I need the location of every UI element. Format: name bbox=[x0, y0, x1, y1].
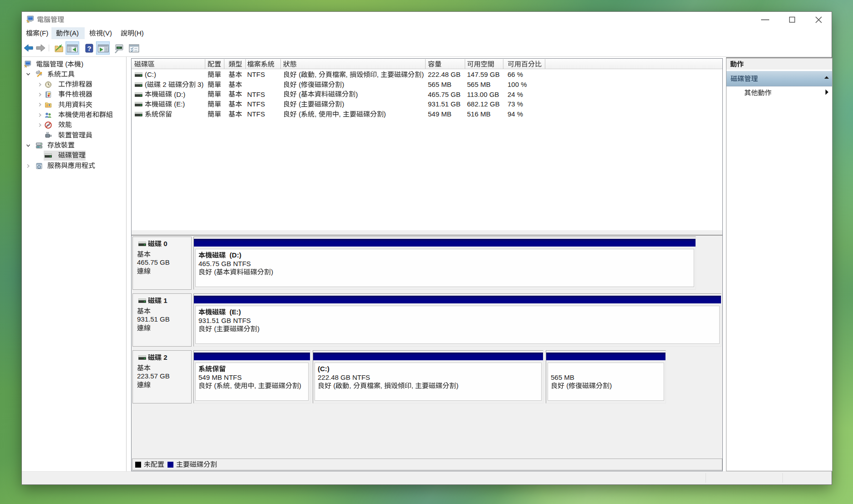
svg-text:?: ? bbox=[87, 45, 91, 52]
